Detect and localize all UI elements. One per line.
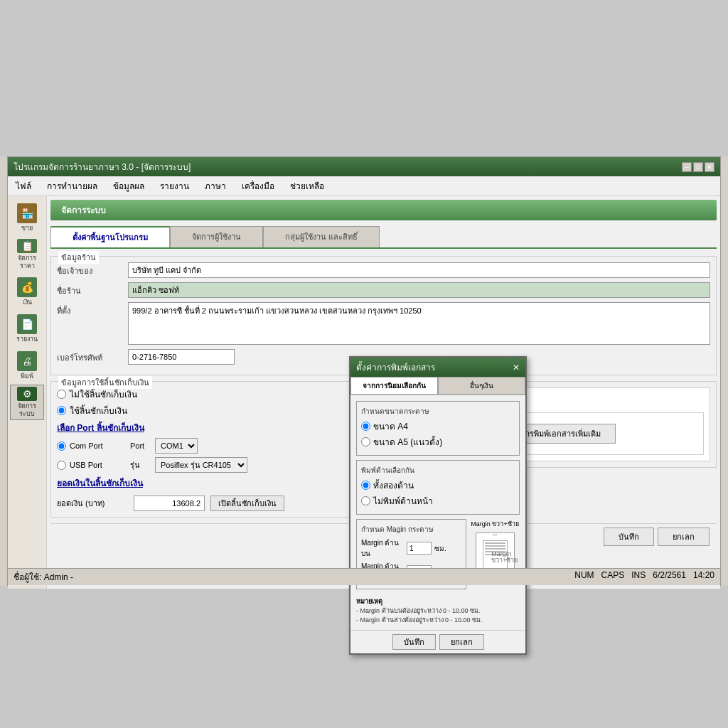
use-drawer-radio-item: ใช้ลิ้นชักเก็บเงิน bbox=[57, 404, 374, 417]
arrow-top: ↔ bbox=[491, 530, 498, 538]
direction-section-title: พิมพ์ด้านเลือกกัน bbox=[361, 465, 515, 476]
title-bar: โปรแกรมจัดการร้านยาภาษา 3.0 - [จัดการระบ… bbox=[8, 157, 720, 176]
com-port-radio[interactable] bbox=[57, 441, 66, 451]
double-side-radio-row: ไม่พิมพ์ด้านหน้า bbox=[361, 494, 515, 508]
modal-tab-1[interactable]: จากการนิยมเลือกกัน bbox=[350, 377, 438, 395]
sidebar-item-report[interactable]: 📄 รายงาน bbox=[10, 311, 44, 346]
status-ins: INS bbox=[631, 570, 646, 584]
tab-bar: ตั้งค่าพื้นฐานโปรแกรม จัดการผู้ใช้งาน กล… bbox=[50, 226, 717, 249]
owner-row: ชื่อเจ้าของ bbox=[57, 262, 710, 278]
modal-tab-2[interactable]: อื่นๆเงิน bbox=[438, 377, 525, 395]
menu-report[interactable]: รายงาน bbox=[156, 178, 193, 194]
sidebar: 🏪 ขาย 📋 จัดการราคา 💰 เงิน 📄 รายงาน 🖨 bbox=[8, 196, 47, 589]
paper-section: กำหนดขนาดกระดาษ ขนาด A4 ขนาด A5 (แนวตั้ง… bbox=[356, 401, 520, 456]
status-num: NUM bbox=[574, 570, 594, 584]
sidebar-item-sales[interactable]: 🏪 ขาย bbox=[10, 200, 44, 235]
no-drawer-radio-item: ไม่ใช้ลิ้นชักเก็บเงิน bbox=[57, 387, 374, 401]
store-input[interactable] bbox=[128, 282, 710, 298]
sidebar-item-manage[interactable]: 📋 จัดการราคา bbox=[10, 237, 44, 272]
menu-data[interactable]: ข้อมูลผล bbox=[109, 178, 149, 194]
store-info-title: ข้อมูลร้าน bbox=[58, 251, 99, 264]
page-header: จัดการระบบ bbox=[50, 200, 717, 220]
menu-file[interactable]: ไฟล์ bbox=[11, 178, 36, 194]
usb-port-row: USB Port รุ่น Posiflex รุ่น CR4105 bbox=[57, 457, 374, 473]
com-port-select[interactable]: COM1 COM2 COM3 bbox=[155, 438, 198, 454]
menu-bar: ไฟล์ การทำนายผล ข้อมูลผล รายงาน ภาษา เคร… bbox=[8, 176, 720, 196]
tab-groups[interactable]: กลุ่มผู้ใช้งาน และสิทธิ์ bbox=[263, 226, 380, 247]
paper-a4-radio[interactable] bbox=[361, 422, 370, 431]
phone-label: เบอร์โทรศัพท์ bbox=[57, 349, 128, 364]
modal-cancel-btn[interactable]: ยกเลก bbox=[439, 634, 484, 650]
double-side-radio[interactable] bbox=[361, 496, 370, 505]
store-row: ชื่อร้าน bbox=[57, 282, 710, 298]
modal-tabs: จากการนิยมเลือกกัน อื่นๆเงิน bbox=[350, 377, 525, 395]
minimize-btn[interactable]: ─ bbox=[682, 162, 692, 172]
paper-a4-radio-row: ขนาด A4 bbox=[361, 419, 515, 433]
status-caps: CAPS bbox=[601, 570, 625, 584]
cash-drawer-title: ข้อมูลการใช้ลิ้นชักเก็บเงิน bbox=[58, 376, 152, 389]
restore-btn[interactable]: □ bbox=[693, 162, 703, 172]
modal-title-bar: ตั้งค่าการพิมพ์เอกสาร ✕ bbox=[350, 358, 525, 377]
right-margin-label: Margin ขวา+ซ้าย bbox=[470, 519, 520, 529]
modal-ok-btn[interactable]: บันทึก bbox=[392, 634, 436, 650]
com-port-row: Com Port Port COM1 COM2 COM3 bbox=[57, 438, 374, 454]
sidebar-item-settings[interactable]: ⚙ จัดการระบบ bbox=[10, 385, 44, 420]
close-btn[interactable]: ✕ bbox=[705, 162, 714, 172]
single-side-radio-row: ทั้งสองด้าน bbox=[361, 478, 515, 492]
modal-footer: บันทึก ยกเลก bbox=[350, 630, 525, 653]
cancel-btn[interactable]: ยกเลก bbox=[658, 528, 710, 546]
open-drawer-btn[interactable]: เปิดลิ้นชักเก็บเงิน bbox=[210, 496, 284, 511]
paper-a5-radio[interactable] bbox=[361, 437, 370, 446]
status-right: NUM CAPS INS 6/2/2561 14:20 bbox=[574, 570, 714, 584]
address-input[interactable]: 999/2 อาคารซี ชั้นที่ 2 ถนนพระรามเก้า แข… bbox=[128, 302, 710, 345]
amount-row: ยอดเงิน (บาท) เปิดลิ้นชักเก็บเงิน bbox=[57, 496, 374, 511]
save-btn[interactable]: บันทึก bbox=[604, 528, 654, 546]
note-title: หมายเหตุ bbox=[356, 596, 520, 606]
modal-body: กำหนดขนาดกระดาษ ขนาด A4 ขนาด A5 (แนวตั้ง… bbox=[350, 395, 525, 630]
store-label: ชื่อร้าน bbox=[57, 282, 128, 297]
no-drawer-radio[interactable] bbox=[57, 390, 66, 399]
usb-port-radio[interactable] bbox=[57, 461, 66, 470]
cash-drawer-section: ข้อมูลการใช้ลิ้นชักเก็บเงิน ไม่ใช้ลิ้นชั… bbox=[50, 381, 380, 518]
cash-drawer-col: ข้อมูลการใช้ลิ้นชักเก็บเงิน ไม่ใช้ลิ้นชั… bbox=[50, 381, 380, 523]
status-bar: ชื่อผู้ใช้: Admin - NUM CAPS INS 6/2/256… bbox=[8, 568, 720, 585]
paper-section-title: กำหนดขนาดกระดาษ bbox=[361, 406, 515, 417]
menu-help[interactable]: ช่วยเหลือ bbox=[286, 178, 328, 194]
use-drawer-radio[interactable] bbox=[57, 406, 66, 415]
balance-label: ยอดเงินในลิ้นชักเก็บเงิน bbox=[57, 476, 374, 490]
status-user: ชื่อผู้ใช้: Admin - bbox=[14, 570, 73, 584]
margin-section-title: กำหนด Magin กระดาษ bbox=[361, 524, 461, 535]
menu-predict[interactable]: การทำนายผล bbox=[43, 178, 102, 194]
direction-section: พิมพ์ด้านเลือกกัน ทั้งสองด้าน ไม่พิมพ์ด้… bbox=[356, 460, 520, 515]
sidebar-item-money[interactable]: 💰 เงิน bbox=[10, 274, 44, 309]
note-area: หมายเหตุ - Margin ด้านบนต้องอยู่ระหว่าง … bbox=[356, 596, 520, 624]
owner-label: ชื่อเจ้าของ bbox=[57, 262, 128, 277]
single-side-radio[interactable] bbox=[361, 481, 370, 490]
address-row: ที่ตั้ง 999/2 อาคารซี ชั้นที่ 2 ถนนพระรา… bbox=[57, 302, 710, 345]
owner-input[interactable] bbox=[128, 262, 710, 278]
menu-lang[interactable]: ภาษา bbox=[200, 178, 230, 194]
menu-tools[interactable]: เครื่องมือ bbox=[237, 178, 279, 194]
paper-a5-radio-row: ขนาด A5 (แนวตั้ง) bbox=[361, 435, 515, 449]
print-settings-modal: ตั้งค่าการพิมพ์เอกสาร ✕ จากการนิยมเลือกก… bbox=[349, 356, 527, 655]
title-text: โปรแกรมจัดการร้านยาภาษา 3.0 - [จัดการระบ… bbox=[14, 160, 191, 173]
sidebar-item-print[interactable]: 🖨 พิมพ์ bbox=[10, 348, 44, 383]
select-port-label: เลือก Port ลิ้นชักเก็บเงิน bbox=[57, 421, 374, 434]
status-time: 14:20 bbox=[693, 570, 714, 584]
margin-right-label: Marginขวา+ซ้าย bbox=[491, 551, 518, 564]
tab-users[interactable]: จัดการผู้ใช้งาน bbox=[170, 226, 263, 247]
address-label: ที่ตั้ง bbox=[57, 302, 128, 317]
note-line1: - Margin ด้านบนต้องอยู่ระหว่าง 0 - 10.00… bbox=[356, 606, 520, 616]
tab-basic[interactable]: ตั้งค่าพื้นฐานโปรแกรม bbox=[50, 226, 170, 247]
margin-top-row: Margin ด้านบน ซม. bbox=[361, 537, 461, 559]
phone-input[interactable] bbox=[128, 349, 235, 365]
status-date: 6/2/2561 bbox=[653, 570, 686, 584]
amount-input[interactable] bbox=[134, 496, 205, 511]
note-line2: - Margin ด้านล่างต้องอยู่ระหว่าง 0 - 10.… bbox=[356, 616, 520, 625]
margin-top-input[interactable] bbox=[407, 542, 432, 555]
usb-model-select[interactable]: Posiflex รุ่น CR4105 bbox=[155, 457, 247, 473]
modal-close-btn[interactable]: ✕ bbox=[513, 363, 520, 373]
modal-title: ตั้งค่าการพิมพ์เอกสาร bbox=[356, 360, 435, 374]
